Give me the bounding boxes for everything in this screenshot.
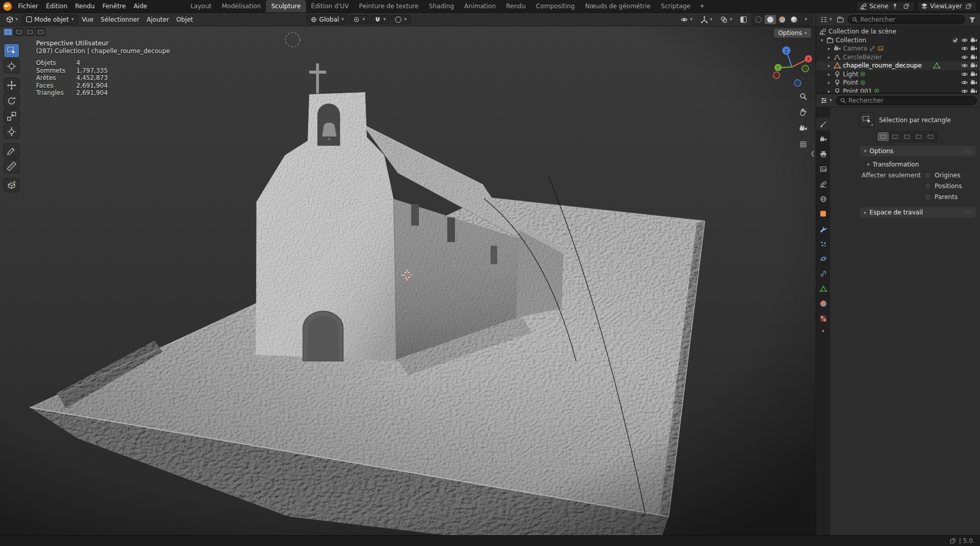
tab-scriptage[interactable]: Scriptage <box>656 0 696 12</box>
sidebar-toggle-arrow[interactable]: ❮ <box>810 150 815 157</box>
properties-search-input[interactable]: Rechercher <box>836 96 977 105</box>
eye-icon[interactable] <box>961 71 968 78</box>
render-camera-icon[interactable] <box>970 37 977 44</box>
shading-settings-chevron[interactable]: ▾ <box>800 15 812 24</box>
select-mode-invert[interactable] <box>913 132 924 141</box>
orientation-selector[interactable]: Global ▾ <box>307 14 348 25</box>
select-mode-extend[interactable] <box>14 28 24 36</box>
select-mode-set[interactable] <box>3 28 13 36</box>
eye-icon[interactable] <box>961 45 968 52</box>
tab-noeuds-geometrie[interactable]: Nœuds de géométrie <box>580 0 655 12</box>
tab-modelisation[interactable]: Modélisation <box>216 0 266 12</box>
outliner-search-input[interactable]: Rechercher <box>848 15 965 24</box>
tool-add-cube[interactable] <box>4 178 20 192</box>
gizmo-axis-neg-x[interactable] <box>773 72 780 79</box>
tab-particle-properties[interactable] <box>816 237 830 250</box>
menu-fenetre[interactable]: Fenêtre <box>99 0 129 12</box>
viewlayer-selector[interactable]: ViewLayer <box>917 2 977 11</box>
snap-settings-chevron[interactable]: ▾ <box>383 17 386 22</box>
tab-constraint-properties[interactable] <box>816 267 830 280</box>
outliner-row-cerclebezier[interactable]: ▸ CercleBézier <box>816 53 980 62</box>
menu-fichier[interactable]: Fichier <box>14 0 42 12</box>
shading-solid-button[interactable] <box>765 15 776 24</box>
viewport-canvas[interactable]: Perspective Utilisateur (287) Collection… <box>0 26 816 535</box>
render-camera-icon[interactable] <box>970 62 977 69</box>
overlays-dropdown[interactable]: ▾ <box>717 15 735 24</box>
tab-animation[interactable]: Animation <box>459 0 501 12</box>
collection-checkbox-icon[interactable] <box>952 37 959 44</box>
tab-scene-properties[interactable] <box>816 177 830 190</box>
tool-transform[interactable] <box>4 124 20 139</box>
eye-icon[interactable] <box>961 37 968 44</box>
parents-checkbox[interactable] <box>924 194 931 201</box>
select-mode-extend[interactable] <box>889 132 901 141</box>
select-mode-subtract[interactable] <box>901 132 913 141</box>
expander-icon[interactable]: ▸ <box>826 55 832 60</box>
gizmo-axis-neg-z[interactable] <box>795 80 801 87</box>
tab-shading[interactable]: Shading <box>424 0 459 12</box>
tab-strip-overflow-chevron[interactable]: ▾ <box>822 329 824 334</box>
tool-3d-cursor[interactable] <box>4 59 20 73</box>
tab-physics-properties[interactable] <box>816 252 830 265</box>
scene-selector[interactable]: Scene <box>856 2 915 11</box>
tab-object-properties[interactable] <box>816 207 830 220</box>
ortho-grid-icon[interactable] <box>797 138 809 151</box>
pin-scene-icon[interactable] <box>890 2 900 11</box>
blender-logo-icon[interactable] <box>3 2 12 11</box>
shading-material-button[interactable] <box>776 15 788 24</box>
outliner-row-point001[interactable]: ▸ Point.001 <box>816 87 980 93</box>
tab-peinture-texture[interactable]: Peinture de texture <box>354 0 424 12</box>
pivot-selector[interactable]: ▾ <box>349 15 369 24</box>
proportional-edit-toggle[interactable]: ▾ <box>391 15 411 24</box>
menu-ajouter[interactable]: Ajouter <box>144 15 173 24</box>
new-viewlayer-icon[interactable] <box>964 2 973 11</box>
tab-render-properties[interactable] <box>816 133 830 145</box>
render-camera-icon[interactable] <box>970 71 977 78</box>
tab-edition-uv[interactable]: Édition d'UV <box>306 0 354 12</box>
render-camera-icon[interactable] <box>970 54 977 61</box>
tab-viewlayer-properties[interactable] <box>816 162 830 175</box>
mode-selector[interactable]: Mode objet ▾ <box>22 14 78 25</box>
navigation-gizmo[interactable]: Z X Y <box>771 46 813 87</box>
eye-icon[interactable] <box>961 54 968 61</box>
tool-rotate[interactable] <box>4 93 20 108</box>
scene-collection-row[interactable]: Collection de la scène <box>816 27 980 36</box>
outliner-row-point[interactable]: ▸ Point <box>816 78 980 87</box>
tab-compositing[interactable]: Compositing <box>531 0 580 12</box>
gizmos-dropdown[interactable]: ▾ <box>698 15 716 24</box>
tab-modifier-properties[interactable] <box>816 222 830 235</box>
tool-measure[interactable] <box>4 159 20 173</box>
camera-view-icon[interactable] <box>797 122 809 135</box>
tab-material-properties[interactable] <box>816 297 830 310</box>
expander-icon[interactable]: ▸ <box>826 80 832 85</box>
select-mode-intersect[interactable] <box>36 28 45 36</box>
outliner-display-mode-icon[interactable] <box>836 15 845 24</box>
panel-grip-icon[interactable]: ∷∷ <box>964 210 972 216</box>
expander-icon[interactable]: ▸ <box>826 46 832 51</box>
outliner-row-camera[interactable]: ▸ Camera <box>816 44 980 53</box>
select-mode-subtract[interactable] <box>25 28 35 36</box>
expander-icon[interactable]: ▸ <box>826 72 832 77</box>
viewport-3d-scene[interactable] <box>0 26 816 535</box>
tool-annotate[interactable] <box>4 143 20 158</box>
transformation-subpanel-header[interactable]: ▾ Transformation <box>867 161 976 168</box>
panel-grip-icon[interactable]: ∷∷ <box>964 148 972 154</box>
new-scene-icon[interactable] <box>902 2 911 11</box>
outliner-row-chapelle[interactable]: ▸ chapelle_roume_decoupe <box>816 61 980 70</box>
origins-checkbox[interactable] <box>924 172 931 179</box>
snap-toggle[interactable]: ▾ <box>370 15 390 24</box>
tab-sculpture[interactable]: Sculpture <box>266 0 306 12</box>
outliner-filter-icon[interactable] <box>968 15 977 24</box>
tab-active-tool[interactable] <box>816 118 830 130</box>
editor-type-button[interactable]: ▾ <box>3 15 21 24</box>
outliner-row-collection[interactable]: ▾ Collection <box>816 36 980 45</box>
properties-editor-type-button[interactable]: ▾ <box>819 97 833 104</box>
menu-rendu[interactable]: Rendu <box>72 0 98 12</box>
select-mode-set[interactable] <box>877 132 889 141</box>
render-camera-icon[interactable] <box>970 88 977 93</box>
expander-icon[interactable]: ▸ <box>826 89 832 93</box>
active-tool-icon-button[interactable] <box>859 112 874 127</box>
outliner-row-light[interactable]: ▸ Light <box>816 70 980 79</box>
positions-checkbox[interactable] <box>924 183 931 190</box>
gizmo-axis-neg-y[interactable] <box>802 65 809 72</box>
